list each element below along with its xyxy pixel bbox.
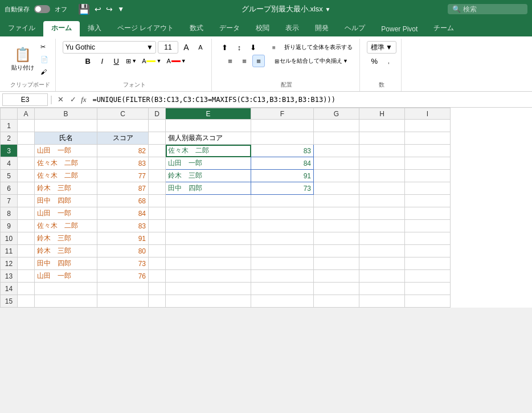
cell-g4[interactable]: [314, 157, 359, 170]
cell-c10[interactable]: 91: [97, 232, 149, 245]
cell-c3[interactable]: 82: [97, 145, 149, 157]
cell-f9[interactable]: [251, 220, 314, 232]
cell-b2[interactable]: 氏名: [35, 132, 97, 145]
cell-e13[interactable]: [166, 270, 251, 283]
col-header-d[interactable]: D: [149, 108, 166, 120]
cell-g7[interactable]: [314, 195, 359, 207]
cell-d6[interactable]: [149, 182, 166, 195]
cell-b1[interactable]: [35, 120, 97, 132]
cell-e9[interactable]: [166, 220, 251, 232]
cell-d11[interactable]: [149, 245, 166, 257]
cell-b4[interactable]: 佐々木 二郎: [35, 157, 97, 170]
cell-b3[interactable]: 山田 一郎: [35, 145, 97, 157]
cell-a13[interactable]: [18, 270, 35, 283]
col-header-h[interactable]: H: [359, 108, 405, 120]
cut-button[interactable]: ✂: [38, 41, 51, 52]
row-header-2[interactable]: 2: [1, 132, 18, 145]
formula-cancel-icon[interactable]: ✕: [55, 94, 66, 105]
col-header-i[interactable]: I: [405, 108, 451, 120]
row-header-10[interactable]: 10: [1, 232, 18, 245]
cell-d3[interactable]: [149, 145, 166, 157]
tab-data[interactable]: データ: [211, 21, 248, 36]
tab-review[interactable]: 校閲: [248, 21, 277, 36]
row-header-5[interactable]: 5: [1, 170, 18, 182]
cell-a8[interactable]: [18, 207, 35, 220]
cell-c9[interactable]: 83: [97, 220, 149, 232]
cell-a5[interactable]: [18, 170, 35, 182]
cell-e14[interactable]: [166, 283, 251, 295]
cell-c8[interactable]: 84: [97, 207, 149, 220]
row-header-6[interactable]: 6: [1, 182, 18, 195]
cell-f7[interactable]: [251, 195, 314, 207]
align-left-button[interactable]: ≡: [224, 55, 236, 67]
format-painter-button[interactable]: 🖌: [38, 66, 51, 77]
cell-a2[interactable]: [18, 132, 35, 145]
cell-a7[interactable]: [18, 195, 35, 207]
cell-b11[interactable]: 鈴木 三郎: [35, 245, 97, 257]
cell-d10[interactable]: [149, 232, 166, 245]
cell-g12[interactable]: [314, 257, 359, 270]
cell-g13[interactable]: [314, 270, 359, 283]
cell-b12[interactable]: 田中 四郎: [35, 257, 97, 270]
cell-h11[interactable]: [359, 245, 405, 257]
cell-e7[interactable]: [166, 195, 251, 207]
cell-a1[interactable]: [18, 120, 35, 132]
cell-d4[interactable]: [149, 157, 166, 170]
cell-c1[interactable]: [97, 120, 149, 132]
cell-c2[interactable]: スコア: [97, 132, 149, 145]
font-size-increase[interactable]: A: [180, 41, 193, 54]
cell-a15[interactable]: [18, 295, 35, 308]
cell-b6[interactable]: 鈴木 三郎: [35, 182, 97, 195]
cell-f2[interactable]: [251, 132, 314, 145]
cell-d7[interactable]: [149, 195, 166, 207]
row-header-11[interactable]: 11: [1, 245, 18, 257]
cell-c14[interactable]: [97, 283, 149, 295]
tab-page-layout[interactable]: ページ レイアウト: [109, 21, 182, 36]
cell-d12[interactable]: [149, 257, 166, 270]
wrap-text-button[interactable]: 折り返して全体を表示する: [282, 43, 355, 52]
cell-i7[interactable]: [405, 195, 451, 207]
cell-h12[interactable]: [359, 257, 405, 270]
cell-f8[interactable]: [251, 207, 314, 220]
tab-power-pivot[interactable]: Power Pivot: [373, 23, 425, 36]
cell-f1[interactable]: [251, 120, 314, 132]
cell-c5[interactable]: 77: [97, 170, 149, 182]
cell-c11[interactable]: 80: [97, 245, 149, 257]
formula-confirm-icon[interactable]: ✓: [67, 94, 79, 105]
row-header-12[interactable]: 12: [1, 257, 18, 270]
cell-f13[interactable]: [251, 270, 314, 283]
row-header-4[interactable]: 4: [1, 157, 18, 170]
merge-cells-button[interactable]: ⊞ セルを結合して中央揃え ▼: [273, 56, 350, 66]
number-format-selector[interactable]: 標準 ▼: [367, 41, 396, 54]
col-header-a[interactable]: A: [18, 108, 35, 120]
row-header-15[interactable]: 15: [1, 295, 18, 308]
align-middle-button[interactable]: ↕: [233, 41, 245, 54]
cell-e2[interactable]: 個人別最高スコア: [166, 132, 251, 145]
underline-button[interactable]: U: [110, 55, 122, 67]
col-header-g[interactable]: G: [314, 108, 359, 120]
cell-e1[interactable]: [166, 120, 251, 132]
cell-e11[interactable]: [166, 245, 251, 257]
row-header-14[interactable]: 14: [1, 283, 18, 295]
font-name-selector[interactable]: Yu Gothic ▼: [63, 41, 156, 54]
cell-f15[interactable]: [251, 295, 314, 308]
cell-i4[interactable]: [405, 157, 451, 170]
border-button[interactable]: ⊞▼: [124, 57, 138, 66]
cell-a3[interactable]: [18, 145, 35, 157]
cell-a14[interactable]: [18, 283, 35, 295]
align-right-button[interactable]: ≡: [252, 55, 265, 67]
cell-f5[interactable]: 91: [251, 170, 314, 182]
cell-f3[interactable]: 83: [251, 145, 314, 157]
cell-i11[interactable]: [405, 245, 451, 257]
col-header-c[interactable]: C: [97, 108, 149, 120]
search-input[interactable]: [463, 5, 520, 13]
cell-c4[interactable]: 83: [97, 157, 149, 170]
cell-b15[interactable]: [35, 295, 97, 308]
cell-f12[interactable]: [251, 257, 314, 270]
cell-f14[interactable]: [251, 283, 314, 295]
cell-c13[interactable]: 76: [97, 270, 149, 283]
cell-c6[interactable]: 87: [97, 182, 149, 195]
cell-e6[interactable]: 田中 四郎: [166, 182, 251, 195]
cell-h10[interactable]: [359, 232, 405, 245]
cell-e5[interactable]: 鈴木 三郎: [166, 170, 251, 182]
